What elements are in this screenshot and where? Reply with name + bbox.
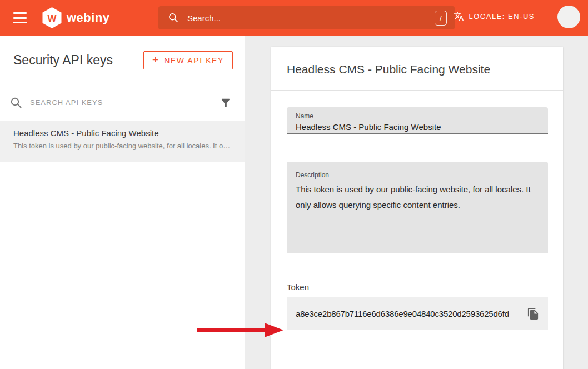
app-header: W webiny / LOCALE: EN-US	[0, 0, 588, 36]
copy-token-button[interactable]	[522, 303, 544, 324]
description-field-label: Description	[296, 171, 329, 179]
svg-text:W: W	[47, 13, 57, 24]
list-item[interactable]: Headless CMS - Public Facing Website Thi…	[0, 121, 245, 162]
api-key-form: Name Description This token is used by o…	[271, 107, 563, 330]
user-avatar[interactable]	[557, 6, 580, 28]
api-key-title: Headless CMS - Public Facing Website	[271, 47, 563, 91]
global-search-input[interactable]	[187, 13, 435, 23]
global-search-bar[interactable]: /	[158, 6, 455, 29]
api-keys-search-input[interactable]	[30, 98, 218, 107]
list-item-description: This token is used by our public-facing …	[13, 142, 232, 150]
translate-icon	[454, 11, 464, 22]
filter-button[interactable]	[218, 96, 233, 110]
api-keys-search-bar	[0, 84, 245, 121]
search-icon	[9, 96, 23, 109]
locale-label: LOCALE: EN-US	[469, 12, 535, 21]
description-textarea[interactable]: This token is used by our public-facing …	[296, 182, 539, 248]
list-item-title: Headless CMS - Public Facing Website	[13, 128, 232, 138]
token-value: a8e3ce2b867b7116e6d6386e9e04840c3520d259…	[296, 309, 522, 318]
locale-switcher[interactable]: LOCALE: EN-US	[454, 11, 535, 22]
token-label: Token	[287, 282, 548, 292]
content-area: Headless CMS - Public Facing Website Nam…	[245, 36, 588, 369]
plus-icon: +	[152, 54, 158, 65]
new-api-key-button[interactable]: + NEW API KEY	[143, 51, 233, 69]
keyboard-shortcut-badge: /	[435, 11, 447, 26]
webiny-logo[interactable]: W webiny	[42, 7, 110, 29]
logo-wordmark: webiny	[67, 11, 110, 25]
webiny-hexagon-icon: W	[42, 7, 62, 28]
page-title: Security API keys	[13, 52, 113, 67]
hamburger-menu-icon[interactable]	[13, 12, 27, 23]
token-box: a8e3ce2b867b7116e6d6386e9e04840c3520d259…	[287, 297, 548, 330]
search-icon	[168, 12, 179, 23]
api-keys-list-panel: Security API keys + NEW API KEY Headless…	[0, 36, 245, 369]
description-field[interactable]: Description This token is used by our pu…	[287, 162, 548, 253]
name-input[interactable]	[296, 122, 539, 132]
filter-icon	[220, 97, 232, 109]
name-field[interactable]: Name	[287, 107, 548, 134]
copy-icon	[527, 307, 540, 320]
panel-header: Security API keys + NEW API KEY	[0, 36, 245, 84]
new-api-key-label: NEW API KEY	[164, 56, 224, 65]
api-key-details-card: Headless CMS - Public Facing Website Nam…	[271, 47, 563, 369]
name-field-label: Name	[296, 112, 313, 120]
